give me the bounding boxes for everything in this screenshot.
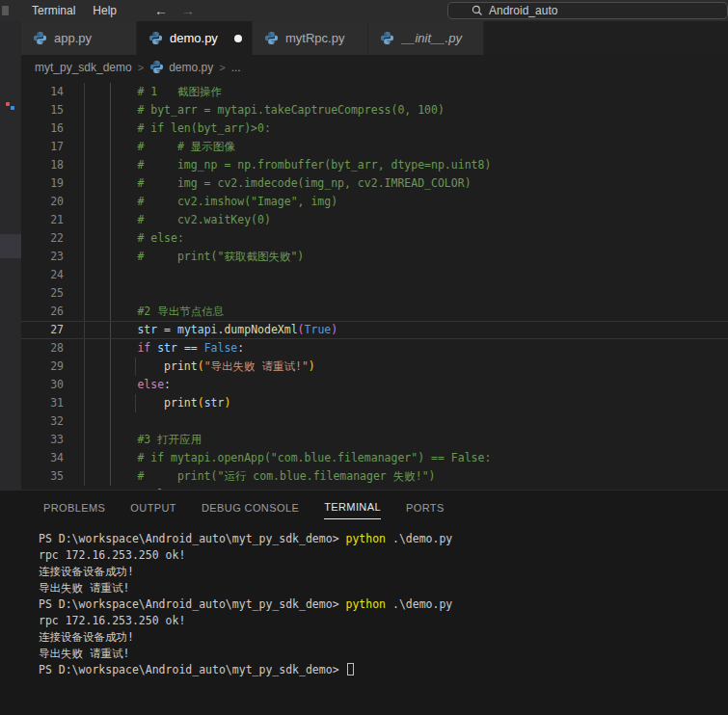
code-line[interactable]: 30 else: [21,376,728,394]
menu-help[interactable]: Help [86,2,123,19]
line-number: 17 [21,138,64,156]
terminal-line: rpc 172.16.253.250 ok! [39,613,728,629]
line-number: 24 [21,266,64,284]
code-text: # print("获取截图失败") [84,248,304,266]
code-text: # byt_arr = mytapi.takeCaptrueCompress(0… [84,101,445,119]
line-number: 30 [21,376,64,394]
terminal-line: 连接设备设备成功! [39,629,728,646]
code-line[interactable]: 35 # print("运行 com.blue.filemanager 失败!"… [21,467,728,486]
line-number: 28 [21,339,64,358]
vscode-window: TerminalHelp ← → Android_auto app.pydemo… [0,0,728,715]
code-line[interactable]: 17 # # 显示图像 [21,138,728,156]
code-text: #3 打开应用 [84,431,202,449]
terminal-content[interactable]: PS D:\workspace\Android_auto\myt_py_sdk_… [0,522,728,678]
panel-tab-output[interactable]: OUTPUT [130,494,176,519]
code-line[interactable]: 18 # img_np = np.frombuffer(byt_arr, dty… [21,156,728,174]
tab-demo.py[interactable]: demo.py [137,21,253,55]
panel-tab-ports[interactable]: PORTS [406,494,445,519]
line-number: 15 [21,101,64,119]
code-line[interactable]: 19 # img = cv2.imdecode(img_np, cv2.IMRE… [21,174,728,193]
tab-__init__.py[interactable]: __init__.py [368,21,484,55]
line-number: 25 [21,284,64,303]
modified-dot-icon[interactable] [234,35,242,42]
search-icon [472,5,483,16]
code-text: # cv2.waitKey(0) [84,211,271,229]
breadcrumb-label: ... [231,61,241,74]
code-line[interactable]: 20 # cv2.imshow("Image", img) [21,193,728,211]
code-line[interactable]: 26 #2 导出节点信息 [21,303,728,321]
code-text: # if len(byt_arr)>0: [84,119,271,138]
code-text: print("导出失败 请重试!") [84,358,315,376]
code-text: # else: [84,229,184,248]
code-line[interactable]: 31 print(str) [21,394,728,412]
code-line[interactable]: 14 # 1 截图操作 [21,83,728,101]
terminal-line: rpc 172.16.253.250 ok! [39,547,728,564]
breadcrumb[interactable]: myt_py_sdk_demo>demo.py>... [21,55,728,79]
line-number: 29 [21,358,64,376]
code-line[interactable]: 34 # if mytapi.openApp("com.blue.fileman… [21,449,728,467]
code-text: # img_np = np.frombuffer(byt_arr, dtype=… [84,156,491,174]
tab-label: __init__.py [401,31,473,45]
breadcrumb-item[interactable]: myt_py_sdk_demo [35,61,132,74]
panel-tab-debug-console[interactable]: DEBUG CONSOLE [202,494,299,519]
code-text: if str == False: [84,339,244,358]
python-file-icon [264,31,279,45]
line-number: 14 [21,83,64,101]
line-number: 33 [21,431,64,449]
code-text: # if mytapi.openApp("com.blue.filemanage… [84,449,491,467]
code-text: # # 显示图像 [84,138,235,156]
line-number: 22 [21,229,64,248]
history-navigation: ← → [154,0,195,21]
code-line[interactable]: 29 print("导出失败 请重试!") [21,358,728,376]
tab-label: mytRpc.py [285,31,358,45]
code-line[interactable]: 25 [21,284,728,303]
menu-bar: TerminalHelp [25,2,123,19]
panel-tab-bar: PROBLEMSOUTPUTDEBUG CONSOLETERMINALPORTS [0,490,728,522]
back-arrow-icon[interactable]: ← [154,4,168,17]
code-line[interactable]: 22 # else: [21,229,728,248]
editor-tab-bar: app.pydemo.pymytRpc.py__init__.py [21,21,728,55]
code-text: # print("运行 com.blue.filemanager 失败!") [84,467,436,486]
line-number: 35 [21,467,64,486]
code-text: # img = cv2.imdecode(img_np, cv2.IMREAD_… [84,174,472,193]
code-line[interactable]: 32 [21,412,728,431]
command-center-search[interactable]: Android_auto [447,2,728,19]
code-text: else: [84,376,171,394]
python-file-icon [33,31,47,45]
line-number: 21 [21,211,64,229]
code-text: # 1 截图操作 [84,83,222,101]
line-number: 16 [21,119,64,138]
bottom-panel: PROBLEMSOUTPUTDEBUG CONSOLETERMINALPORTS… [0,490,728,715]
terminal-line: PS D:\workspace\Android_auto\myt_py_sdk_… [39,596,728,613]
terminal-line: PS D:\workspace\Android_auto\myt_py_sdk_… [39,531,728,547]
line-number: 18 [21,156,64,174]
tab-app.py[interactable]: app.py [21,21,137,55]
panel-tab-terminal[interactable]: TERMINAL [324,493,381,519]
tab-label: demo.py [170,31,228,45]
code-line[interactable]: 24 [21,266,728,284]
breadcrumb-item[interactable]: demo.py [149,60,213,74]
forward-arrow-icon[interactable]: → [181,4,195,17]
code-editor[interactable]: 14 # 1 截图操作15 # byt_arr = mytapi.takeCap… [21,79,728,490]
code-line[interactable]: 15 # byt_arr = mytapi.takeCaptrueCompres… [21,101,728,119]
terminal-line: 导出失败 请重试! [39,646,728,662]
title-bar: TerminalHelp ← → Android_auto [0,0,728,21]
strip-active-indicator[interactable] [0,234,21,258]
code-line[interactable]: 33 #3 打开应用 [21,431,728,449]
line-number: 26 [21,303,64,321]
menu-terminal[interactable]: Terminal [25,2,82,19]
terminal-line: 导出失败 请重试! [39,580,728,596]
strip-blue-dot-icon [11,106,14,110]
code-line[interactable]: 23 # print("获取截图失败") [21,248,728,266]
line-number: 20 [21,193,64,211]
code-line[interactable]: 16 # if len(byt_arr)>0: [21,119,728,138]
code-line[interactable]: 21 # cv2.waitKey(0) [21,211,728,229]
line-number: 32 [21,412,64,431]
line-number: 31 [21,394,64,412]
terminal-line: PS D:\workspace\Android_auto\myt_py_sdk_… [39,662,728,678]
panel-tab-problems[interactable]: PROBLEMS [43,494,105,519]
tab-mytRpc.py[interactable]: mytRpc.py [253,21,368,55]
breadcrumb-item[interactable]: ... [231,61,241,74]
code-line[interactable]: 28 if str == False: [21,339,728,358]
code-line[interactable]: 27 str = mytapi.dumpNodeXml(True) [21,321,728,339]
